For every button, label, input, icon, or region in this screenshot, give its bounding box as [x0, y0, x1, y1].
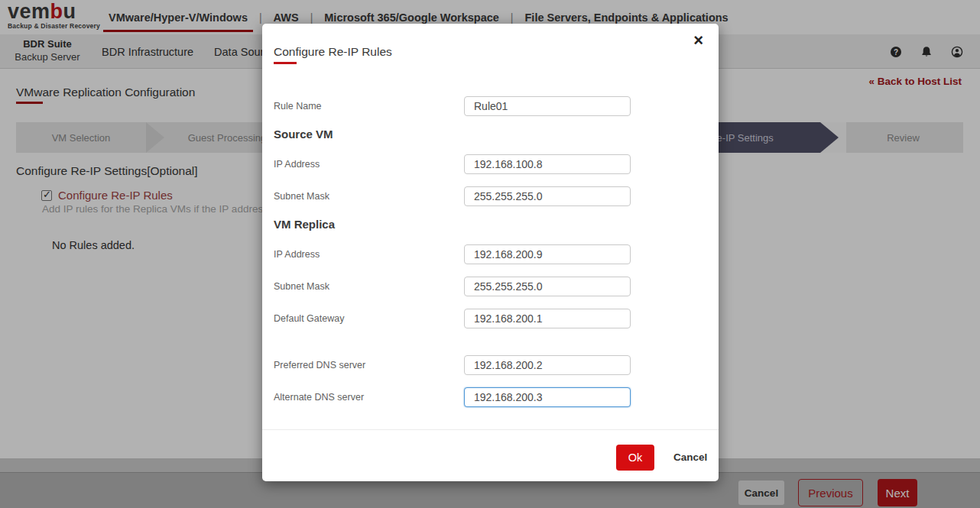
source-vm-section-heading: Source VM — [274, 128, 333, 141]
rule-name-input[interactable] — [464, 96, 631, 116]
dialog-title-underline — [274, 62, 297, 64]
source-subnet-row: Subnet Mask — [274, 186, 707, 206]
dialog-cancel-button[interactable]: Cancel — [669, 451, 712, 464]
replica-subnet-label: Subnet Mask — [274, 277, 329, 296]
alternate-dns-input[interactable] — [464, 387, 631, 407]
source-ip-row: IP Address — [274, 154, 707, 174]
ok-button[interactable]: Ok — [616, 445, 654, 471]
default-gateway-label: Default Gateway — [274, 309, 344, 328]
replica-ip-label: IP Address — [274, 244, 320, 264]
replica-subnet-row: Subnet Mask — [274, 277, 707, 296]
replica-subnet-input[interactable] — [464, 277, 631, 296]
dialog-title: Configure Re-IP Rules — [274, 45, 392, 59]
source-ip-label: IP Address — [274, 154, 320, 174]
dialog-footer: Ok Cancel — [262, 429, 719, 481]
vm-replica-section-heading: VM Replica — [274, 218, 335, 231]
preferred-dns-label: Preferred DNS server — [274, 355, 365, 375]
preferred-dns-input[interactable] — [464, 355, 631, 375]
default-gateway-input[interactable] — [464, 309, 631, 328]
source-subnet-input[interactable] — [464, 186, 631, 206]
app-window: vembu Backup & Disaster Recovery VMware/… — [0, 0, 980, 508]
close-icon[interactable]: × — [689, 31, 708, 50]
alternate-dns-row: Alternate DNS server — [274, 387, 707, 407]
source-subnet-label: Subnet Mask — [274, 186, 329, 206]
alternate-dns-label: Alternate DNS server — [274, 387, 364, 407]
preferred-dns-row: Preferred DNS server — [274, 355, 707, 375]
source-ip-input[interactable] — [464, 154, 631, 174]
replica-ip-input[interactable] — [464, 244, 631, 264]
rule-name-row: Rule Name — [274, 96, 707, 116]
replica-ip-row: IP Address — [274, 244, 707, 264]
default-gateway-row: Default Gateway — [274, 309, 707, 328]
configure-reip-rules-dialog: Configure Re-IP Rules × Rule Name Source… — [262, 24, 719, 481]
rule-name-label: Rule Name — [274, 96, 322, 116]
